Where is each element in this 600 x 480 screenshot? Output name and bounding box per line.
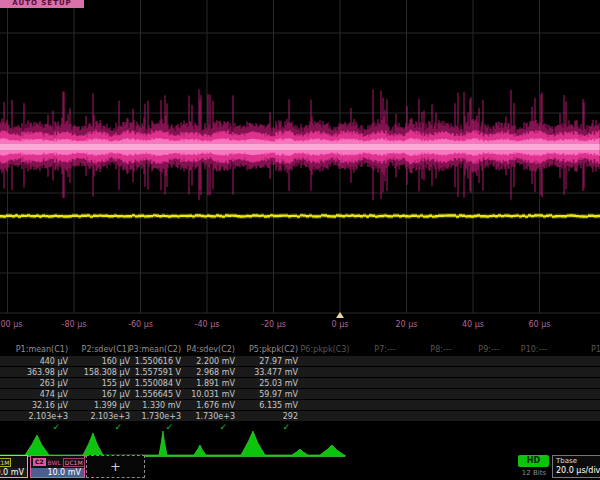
measurement-num-cell: 1.730e+3 xyxy=(141,412,181,422)
measurement-min-cell: 1.891 mV xyxy=(196,379,235,389)
add-trace-button[interactable]: + xyxy=(86,455,145,478)
measurement-min-cell: 1.550084 V xyxy=(135,379,181,389)
measurement-num-cell: 2.103e+3 xyxy=(90,412,130,422)
measurement-value-cell: 1.550616 V xyxy=(135,357,181,367)
parameter-header-inactive[interactable]: P9:--- xyxy=(478,345,499,355)
parameter-header[interactable]: P1:mean(C1) xyxy=(16,345,68,355)
measurement-value-cell: 27.97 mV xyxy=(259,357,298,367)
measurement-value-cell: 160 µV xyxy=(102,357,130,367)
channel-descriptor-c2[interactable]: C2 BWL DC1M 10.0 mV xyxy=(30,455,85,478)
hd-mode-badge[interactable]: HD xyxy=(518,455,549,467)
measurement-sdev-cell: 32.16 µV xyxy=(32,401,68,411)
table-row xyxy=(0,400,600,410)
timebase-label: Tbase xyxy=(556,457,600,466)
measurement-max-cell: 10.031 mV xyxy=(191,390,235,400)
c2-volts-per-div: 10.0 mV xyxy=(31,468,84,477)
time-axis-label: -60 µs xyxy=(128,320,153,329)
status-badge: AUTO SETUP xyxy=(0,0,84,8)
measurement-num-cell: 292 xyxy=(283,412,298,422)
table-row xyxy=(0,356,600,366)
timebase-descriptor[interactable]: Tbase 20.0 µs/div xyxy=(552,455,600,478)
measurement-sdev-cell: 1.330 mV xyxy=(142,401,181,411)
measurement-sdev-cell: 6.135 mV xyxy=(259,401,298,411)
histogram-trace xyxy=(0,431,345,457)
measurement-min-cell: 25.03 mV xyxy=(259,379,298,389)
parameter-header-inactive[interactable]: P8:--- xyxy=(430,345,451,355)
time-axis-label: -100 µs xyxy=(0,320,22,329)
c1-coupling-chip: DC1M xyxy=(0,458,11,467)
measurement-sdev-cell: 1.676 mV xyxy=(196,401,235,411)
measurement-mean-cell: 1.557591 V xyxy=(135,368,181,378)
measurement-value-cell: 2.200 mV xyxy=(196,357,235,367)
measurement-mean-cell: 158.308 µV xyxy=(84,368,130,378)
measurement-value-cell: 440 µV xyxy=(40,357,68,367)
timebase-scale: 20.0 µs/div xyxy=(556,466,600,476)
measurement-max-cell: 474 µV xyxy=(40,390,68,400)
measurement-sdev-cell: 1.399 µV xyxy=(94,401,130,411)
time-axis-label: -20 µs xyxy=(261,320,286,329)
waveform-display xyxy=(0,0,600,318)
time-axis-label: 0 µs xyxy=(332,320,349,329)
c2-coupling-chip: DC1M xyxy=(63,458,85,467)
time-axis-label: -80 µs xyxy=(62,320,87,329)
parameter-header-inactive[interactable]: P1 xyxy=(591,345,600,355)
parameter-header[interactable]: P5:pkpk(C2) xyxy=(249,345,298,355)
measurement-max-cell: 59.97 mV xyxy=(259,390,298,400)
time-axis-label: -40 µs xyxy=(195,320,220,329)
channel-descriptor-c1[interactable]: C1 DC1M 50.0 mV xyxy=(0,455,28,478)
measurement-min-cell: 155 µV xyxy=(102,379,130,389)
measurement-num-cell: 2.103e+3 xyxy=(28,412,68,422)
hd-bits-label: 12 Bits xyxy=(512,469,556,477)
parameter-header[interactable]: P4:sdev(C2) xyxy=(187,345,235,355)
parameter-header[interactable]: P3:mean(C2) xyxy=(129,345,181,355)
time-axis-label: 60 µs xyxy=(529,320,551,329)
time-axis-label: 40 µs xyxy=(462,320,484,329)
parameter-header-inactive[interactable]: P6:pkpk(C3) xyxy=(301,345,350,355)
measurement-num-cell: 1.730e+3 xyxy=(195,412,235,422)
parameter-header-inactive[interactable]: P10:--- xyxy=(521,345,547,355)
histogram-strip xyxy=(0,428,600,458)
table-row xyxy=(0,389,600,399)
measurement-max-cell: 167 µV xyxy=(102,390,130,400)
oscilloscope-screen: AUTO SETUP -100 µs-80 µs-60 µs-40 µs-20 … xyxy=(0,0,600,480)
measurement-mean-cell: 33.477 mV xyxy=(254,368,298,378)
c2-channel-chip: C2 xyxy=(33,458,46,466)
measurement-mean-cell: 363.98 µV xyxy=(27,368,68,378)
table-row xyxy=(0,378,600,388)
measurement-mean-cell: 2.968 mV xyxy=(196,368,235,378)
measurement-min-cell: 263 µV xyxy=(40,379,68,389)
parameter-header[interactable]: P2:sdev(C1) xyxy=(82,345,130,355)
c2-bandwidth-label: BWL xyxy=(48,459,61,466)
time-axis-label: 20 µs xyxy=(396,320,418,329)
c1-trace xyxy=(0,215,600,216)
trigger-position-marker[interactable] xyxy=(336,312,344,318)
c1-volts-per-div: 50.0 mV xyxy=(0,468,27,477)
measurement-max-cell: 1.556645 V xyxy=(135,390,181,400)
plus-icon: + xyxy=(110,459,121,474)
parameter-header-inactive[interactable]: P7:--- xyxy=(374,345,395,355)
c2-noise-center xyxy=(0,144,599,150)
